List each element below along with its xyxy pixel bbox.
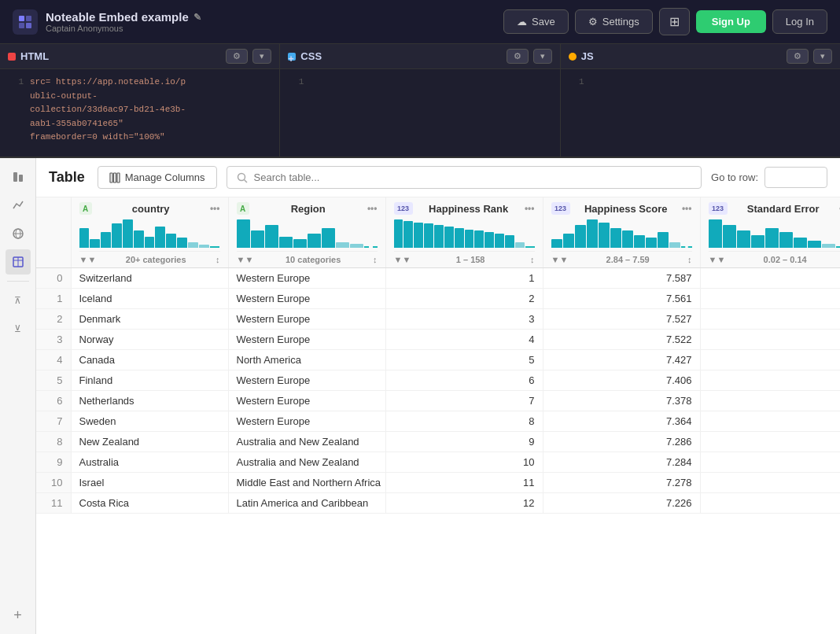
table-row: 5 Finland Western Europe 6 7.406 0. bbox=[36, 370, 840, 391]
sidebar-icon-table[interactable] bbox=[6, 249, 31, 275]
cell-rank: 9 bbox=[385, 432, 543, 452]
cell-rank: 3 bbox=[385, 309, 543, 330]
js-expand-btn[interactable]: ▾ bbox=[813, 49, 832, 64]
filter-icon-rank[interactable]: ▼▼ bbox=[394, 255, 411, 264]
cell-country: Netherlands bbox=[71, 391, 228, 411]
sidebar-divider bbox=[7, 281, 29, 282]
col-type-rank: 123 bbox=[394, 202, 413, 215]
cell-region: Australia and New Zealand bbox=[228, 432, 385, 452]
mini-chart-region bbox=[237, 218, 378, 249]
grid-button[interactable]: ⊞ bbox=[659, 8, 690, 35]
filter-icon-region[interactable]: ▼▼ bbox=[237, 255, 254, 264]
cell-stderr: 0. bbox=[700, 330, 840, 350]
filter-icon-stderr[interactable]: ▼▼ bbox=[709, 255, 726, 264]
col-type-score: 123 bbox=[551, 202, 570, 215]
cloud-icon: ☁ bbox=[517, 16, 527, 28]
css-settings-btn[interactable]: ⚙ bbox=[507, 49, 529, 64]
table-row: 4 Canada North America 5 7.427 0. bbox=[36, 350, 840, 370]
cell-country: Norway bbox=[71, 330, 228, 350]
cell-stderr: 0. bbox=[700, 309, 840, 330]
go-to-row-area: Go to row: bbox=[711, 167, 827, 188]
sidebar-icon-globe[interactable] bbox=[6, 221, 31, 246]
cell-region: North America bbox=[228, 350, 385, 370]
mini-chart-rank bbox=[394, 218, 535, 249]
login-button[interactable]: Log In bbox=[772, 9, 827, 34]
cell-score: 7.522 bbox=[543, 330, 700, 350]
cell-region: Western Europe bbox=[228, 289, 385, 309]
cell-rank: 2 bbox=[385, 289, 543, 309]
sort-icon-region[interactable]: ↕ bbox=[373, 255, 378, 264]
svg-rect-4 bbox=[13, 172, 17, 182]
js-settings-btn[interactable]: ⚙ bbox=[787, 49, 809, 64]
css-editor-body[interactable]: 1 bbox=[280, 69, 559, 157]
search-input[interactable] bbox=[254, 171, 691, 183]
table-row: 9 Australia Australia and New Zealand 10… bbox=[36, 452, 840, 473]
svg-rect-2 bbox=[19, 23, 24, 28]
cell-index: 5 bbox=[36, 370, 71, 391]
col-header-index bbox=[36, 197, 71, 268]
cell-score: 7.378 bbox=[543, 391, 700, 411]
col-menu-rank[interactable]: ••• bbox=[525, 203, 535, 214]
js-editor-header: JS ⚙ ▾ bbox=[561, 44, 840, 69]
cell-region: Western Europe bbox=[228, 268, 385, 289]
sort-icon-rank[interactable]: ↕ bbox=[530, 255, 535, 264]
col-type-stderr: 123 bbox=[709, 202, 728, 215]
edit-icon[interactable]: ✎ bbox=[193, 12, 201, 23]
cell-rank: 5 bbox=[385, 350, 543, 370]
svg-rect-5 bbox=[19, 175, 23, 182]
logo-area: Noteable Embed example ✎ Captain Anonymo… bbox=[13, 9, 201, 35]
col-menu-region[interactable]: ••• bbox=[367, 203, 378, 214]
css-dot: + bbox=[288, 53, 296, 61]
html-editor-body[interactable]: 1src= https://app.noteable.io/p ublic-ou… bbox=[0, 69, 279, 157]
cell-region: Western Europe bbox=[228, 370, 385, 391]
sidebar-icon-chart[interactable] bbox=[6, 164, 31, 190]
search-bar[interactable] bbox=[227, 166, 702, 189]
signup-button[interactable]: Sign Up bbox=[696, 10, 766, 33]
go-to-row-input[interactable] bbox=[764, 167, 827, 188]
table-header-bar: Table Manage Columns Go to row: bbox=[36, 158, 840, 197]
cell-score: 7.226 bbox=[543, 493, 700, 514]
sidebar-collapse-btn[interactable]: ⊼ bbox=[6, 288, 31, 313]
cell-rank: 11 bbox=[385, 473, 543, 493]
table-row: 7 Sweden Western Europe 8 7.364 0. bbox=[36, 411, 840, 432]
data-table-wrapper[interactable]: A country ••• ▼▼ 20+ ca bbox=[36, 197, 840, 634]
cell-country: Finland bbox=[71, 370, 228, 391]
filter-icon-country[interactable]: ▼▼ bbox=[79, 255, 97, 264]
sort-icon-score[interactable]: ↕ bbox=[687, 255, 692, 264]
sidebar-icon-linechart[interactable] bbox=[6, 193, 31, 218]
cell-index: 11 bbox=[36, 493, 71, 514]
cell-index: 2 bbox=[36, 309, 71, 330]
save-button[interactable]: ☁ Save bbox=[503, 9, 569, 34]
data-table: A country ••• ▼▼ 20+ ca bbox=[36, 197, 840, 514]
cell-rank: 8 bbox=[385, 411, 543, 432]
cell-index: 7 bbox=[36, 411, 71, 432]
col-menu-country[interactable]: ••• bbox=[210, 203, 220, 214]
cell-country: Costa Rica bbox=[71, 493, 228, 514]
mini-chart-country bbox=[79, 218, 220, 249]
mini-chart-score bbox=[551, 218, 692, 249]
sidebar-expand-btn[interactable]: ⊻ bbox=[6, 316, 31, 341]
filter-icon-score[interactable]: ▼▼ bbox=[551, 255, 569, 264]
settings-button[interactable]: ⚙ Settings bbox=[575, 9, 653, 34]
css-expand-btn[interactable]: ▾ bbox=[533, 49, 552, 64]
js-editor-body[interactable]: 1 bbox=[561, 69, 840, 157]
app-title: Noteable Embed example ✎ bbox=[46, 10, 201, 24]
gear-icon: ⚙ bbox=[588, 16, 598, 28]
svg-point-15 bbox=[238, 173, 245, 180]
logo-text-block: Noteable Embed example ✎ Captain Anonymo… bbox=[46, 10, 201, 33]
cell-index: 10 bbox=[36, 473, 71, 493]
sidebar-add-btn[interactable]: + bbox=[6, 603, 31, 628]
cell-rank: 10 bbox=[385, 452, 543, 473]
cell-score: 7.561 bbox=[543, 289, 700, 309]
col-header-country: A country ••• ▼▼ 20+ ca bbox=[71, 197, 228, 268]
col-menu-score[interactable]: ••• bbox=[682, 203, 692, 214]
html-settings-btn[interactable]: ⚙ bbox=[226, 49, 248, 64]
html-dot bbox=[8, 53, 16, 61]
sort-icon-country[interactable]: ↕ bbox=[216, 255, 220, 264]
cell-country: Israel bbox=[71, 473, 228, 493]
manage-columns-button[interactable]: Manage Columns bbox=[98, 166, 217, 189]
js-editor-pane: JS ⚙ ▾ 1 bbox=[561, 44, 840, 157]
html-expand-btn[interactable]: ▾ bbox=[252, 49, 271, 64]
svg-rect-1 bbox=[26, 16, 31, 21]
cell-stderr: 0. bbox=[700, 289, 840, 309]
